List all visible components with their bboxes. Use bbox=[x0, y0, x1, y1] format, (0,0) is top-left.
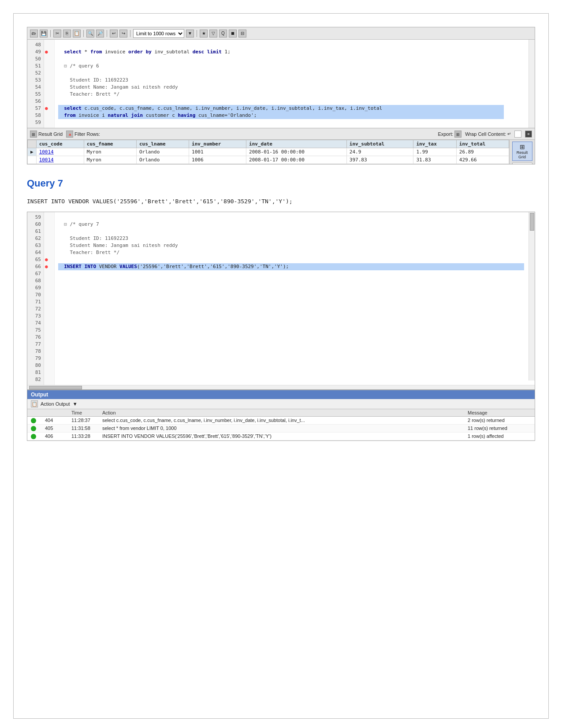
result-grid-side-btn[interactable]: ⊞ Result Grid bbox=[512, 142, 532, 161]
code-line: ⊟ /* query 7 bbox=[58, 221, 524, 228]
line-numbers-bottom: 59 60 61 62 63 64 65 66 67 68 69 70 71 7… bbox=[27, 212, 44, 385]
filter-icon[interactable]: ▽ bbox=[209, 30, 217, 37]
code-line bbox=[58, 355, 524, 362]
output-table: Time Action Message 404 11:28:37 select … bbox=[27, 409, 535, 441]
output-section: Output 📋 Action Output ▼ Time Action Mes… bbox=[27, 390, 535, 441]
output-toolbar: 📋 Action Output ▼ bbox=[27, 399, 535, 409]
cell-cus-lname-1: Orlando bbox=[136, 148, 189, 156]
cell-inv-subtotal-2: 397.83 bbox=[346, 156, 413, 164]
code-line: ⊟ /* query 6 bbox=[58, 63, 504, 70]
code-line bbox=[58, 369, 524, 376]
scrollbar-v-bottom[interactable] bbox=[529, 212, 535, 381]
cell-inv-tax-1: 1.99 bbox=[413, 148, 456, 156]
folder-icon[interactable]: 🗁 bbox=[30, 30, 38, 37]
code-line bbox=[58, 320, 524, 327]
view-icon[interactable]: ≡ bbox=[525, 131, 532, 138]
code-line bbox=[58, 341, 524, 348]
query7-heading: Query 7 bbox=[27, 178, 535, 189]
explain-icon[interactable]: Q bbox=[219, 30, 227, 37]
output-num-2: 405 bbox=[41, 425, 68, 433]
scissors-icon[interactable]: ✂ bbox=[53, 30, 61, 37]
scrollbar-h-bottom[interactable] bbox=[27, 385, 535, 389]
form-editor-side-btn[interactable]: ≡ Form Editor bbox=[512, 163, 532, 164]
star-icon[interactable]: ★ bbox=[200, 30, 208, 37]
output-status-2 bbox=[27, 425, 41, 433]
output-row-1: 404 11:28:37 select c.cus_code, c.cus_fn… bbox=[27, 417, 535, 425]
output-action-2: select * from vendor LIMIT 0, 1000 bbox=[99, 425, 464, 433]
cell-inv-total-1: 26.89 bbox=[456, 148, 509, 156]
cell-cus-code-2[interactable]: 10014 bbox=[36, 156, 84, 164]
dot-column-bottom: ● ● bbox=[44, 212, 55, 385]
toolbar-divider-1 bbox=[50, 30, 51, 37]
output-message-1: 2 row(s) returned bbox=[464, 417, 535, 425]
stop2-icon[interactable]: ⊟ bbox=[238, 30, 246, 37]
code-line: Student ID: 11692223 bbox=[58, 77, 504, 84]
filter-rows-icon: 🔺 bbox=[66, 131, 73, 138]
limit-icon[interactable]: ▼ bbox=[186, 30, 194, 37]
row-marker: ▶ bbox=[28, 148, 37, 156]
action-output-dropdown[interactable]: ▼ bbox=[73, 401, 78, 407]
code-line bbox=[58, 256, 524, 263]
export-label: Export: bbox=[438, 131, 453, 137]
wrap-icon: ↵ bbox=[507, 131, 511, 136]
scrollbar-thumb[interactable] bbox=[530, 213, 534, 231]
row-marker-header bbox=[28, 140, 37, 148]
table-row: ▶ 10014 Myron Orlando 1001 2008-01-16 00… bbox=[28, 148, 509, 156]
output-num-1: 404 bbox=[41, 417, 68, 425]
result-grid-label: Result Grid bbox=[38, 131, 63, 137]
output-header-label: Output bbox=[31, 392, 48, 398]
code-line bbox=[58, 56, 504, 63]
col-header-action: Action bbox=[99, 409, 464, 417]
paste-icon[interactable]: 📋 bbox=[73, 30, 81, 37]
action-output-label: Action Output bbox=[41, 401, 70, 407]
toggle-icon[interactable] bbox=[514, 131, 521, 138]
code-line bbox=[58, 348, 524, 355]
editor-toolbar: 🗁 💾 ✂ ⎘ 📋 🔍 🔎 ↩ ↪ Limit to 1000 rows ▼ ★… bbox=[27, 27, 535, 40]
code-area-top[interactable]: select * from invoice order by inv_subto… bbox=[55, 40, 535, 128]
side-panel: ⊞ Result Grid ≡ Form Editor bbox=[509, 140, 535, 164]
grid-side-icon: ⊞ bbox=[514, 143, 531, 150]
col-header-message: Message bbox=[464, 409, 535, 417]
search2-icon[interactable]: 🔎 bbox=[96, 30, 104, 37]
filter-rows-btn[interactable]: 🔺 Filter Rows: bbox=[66, 131, 100, 138]
grid-icon: ⊞ bbox=[30, 131, 37, 138]
code-line bbox=[58, 299, 524, 306]
output-time-2: 11:31:58 bbox=[68, 425, 99, 433]
cell-cus-fname-1: Myron bbox=[84, 148, 136, 156]
col-header-inv-tax: inv_tax bbox=[413, 140, 456, 148]
col-header-time: Time bbox=[68, 409, 99, 417]
code-line bbox=[58, 327, 524, 334]
code-line bbox=[58, 277, 524, 284]
col-header-inv-date: inv_date bbox=[246, 140, 347, 148]
save-icon[interactable]: 💾 bbox=[40, 30, 48, 37]
stop-icon[interactable]: ⏹ bbox=[229, 30, 237, 37]
code-line-highlighted: INSERT INTO VENDOR VALUES('25596','Brett… bbox=[58, 263, 524, 270]
copy-icon[interactable]: ⎘ bbox=[63, 30, 71, 37]
cell-cus-fname-2: Myron bbox=[84, 156, 136, 164]
code-line bbox=[58, 119, 504, 126]
code-line bbox=[58, 362, 524, 369]
cell-cus-lname-2: Orlando bbox=[136, 156, 189, 164]
cell-cus-code-1[interactable]: 10014 bbox=[36, 148, 84, 156]
status-dot-3 bbox=[31, 434, 36, 439]
undo-icon[interactable]: ↩ bbox=[110, 30, 118, 37]
search-icon[interactable]: 🔍 bbox=[86, 30, 94, 37]
code-line bbox=[58, 313, 524, 320]
limit-select[interactable]: Limit to 1000 rows bbox=[133, 29, 184, 38]
result-grid-tab[interactable]: ⊞ Result Grid bbox=[30, 131, 63, 138]
cell-inv-subtotal-1: 24.9 bbox=[346, 148, 413, 156]
export-btn[interactable]: Export: ⊞ bbox=[438, 131, 462, 138]
col-header-cus-lname: cus_lname bbox=[136, 140, 189, 148]
col-header-num bbox=[41, 409, 68, 417]
redo-icon[interactable]: ↪ bbox=[119, 30, 127, 37]
code-line-highlighted: from invoice i natural join customer c h… bbox=[58, 112, 504, 119]
result-grid-wrapper: cus_code cus_fname cus_lname inv_number … bbox=[27, 140, 535, 164]
cell-inv-date-2: 2008-01-17 00:00:00 bbox=[246, 156, 347, 164]
code-area-bottom[interactable]: ⊟ /* query 7 Student ID: 11692223 Studen… bbox=[55, 212, 535, 385]
scrollbar-thumb-h[interactable] bbox=[29, 386, 82, 389]
query7-text: INSERT INTO VENDOR VALUES('25596','Brett… bbox=[27, 198, 535, 205]
col-header-cus-code: cus_code bbox=[36, 140, 84, 148]
scrollbar-vertical-top[interactable] bbox=[529, 40, 535, 128]
wrap-btn[interactable]: Wrap Cell Content: ↵ bbox=[465, 131, 511, 137]
toolbar-divider-2 bbox=[83, 30, 84, 37]
